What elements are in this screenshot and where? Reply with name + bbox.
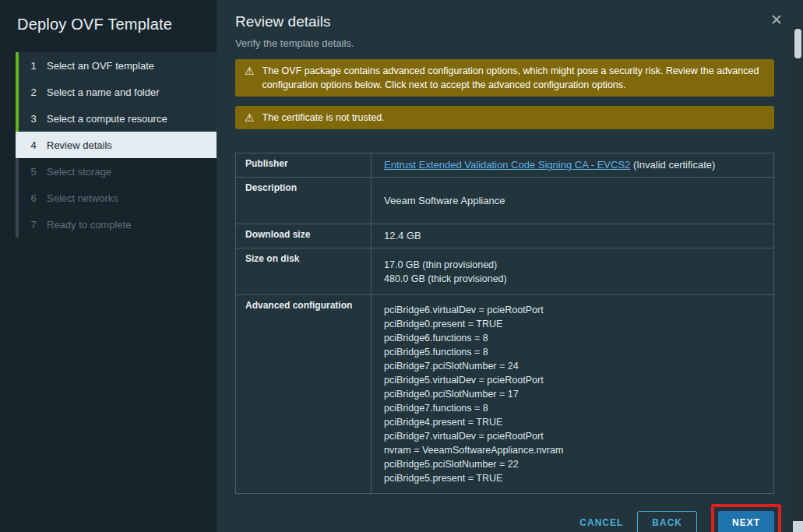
step-progress-bar bbox=[16, 105, 19, 132]
config-line: pciBridge5.pciSlotNumber = 22 bbox=[384, 457, 761, 471]
warning-icon: ⚠ bbox=[245, 111, 255, 125]
next-button[interactable]: NEXT bbox=[718, 511, 774, 532]
step-5-select-storage: 5 Select storage bbox=[16, 158, 217, 185]
scrollbar-thumb[interactable] bbox=[794, 29, 801, 58]
row-value: 17.0 GB (thin provisioned) 480.0 GB (thi… bbox=[372, 248, 773, 294]
warning-icon: ⚠ bbox=[245, 64, 255, 78]
page-subtitle: Verify the template details. bbox=[235, 37, 774, 50]
step-label: Select an OVF template bbox=[47, 60, 154, 72]
step-number: 1 bbox=[30, 60, 37, 72]
step-2-select-name-and-folder[interactable]: 2 Select a name and folder bbox=[16, 79, 217, 105]
cancel-button[interactable]: CANCEL bbox=[579, 517, 623, 528]
warning-banner-certificate: ⚠ The certificate is not trusted. bbox=[235, 106, 774, 129]
row-label: Advanced configuration bbox=[236, 295, 372, 493]
step-4-review-details[interactable]: 4 Review details bbox=[16, 132, 217, 158]
step-progress-bar bbox=[16, 79, 19, 105]
step-label: Select a name and folder bbox=[47, 86, 160, 98]
table-row-download-size: Download size 12.4 GB bbox=[236, 224, 773, 248]
scrollbar[interactable] bbox=[793, 26, 803, 532]
table-row-publisher: Publisher Entrust Extended Validation Co… bbox=[236, 153, 773, 178]
step-number: 5 bbox=[30, 166, 37, 178]
size-line: 480.0 GB (thick provisioned) bbox=[384, 272, 761, 286]
wizard-steps: 1 Select an OVF template 2 Select a name… bbox=[0, 52, 217, 238]
step-label: Review details bbox=[47, 139, 112, 151]
step-label: Select networks bbox=[47, 192, 118, 204]
config-line: pciBridge6.functions = 8 bbox=[384, 331, 761, 345]
page-title: Review details bbox=[235, 12, 774, 31]
step-number: 3 bbox=[30, 113, 37, 125]
size-line: 17.0 GB (thin provisioned) bbox=[384, 258, 761, 272]
table-row-size-on-disk: Size on disk 17.0 GB (thin provisioned) … bbox=[236, 248, 773, 295]
step-number: 7 bbox=[30, 219, 37, 231]
row-label: Size on disk bbox=[236, 248, 372, 294]
step-label: Select a compute resource bbox=[47, 113, 167, 125]
wizard-sidebar: Deploy OVF Template 1 Select an OVF temp… bbox=[0, 0, 217, 532]
publisher-note: (Invalid certificate) bbox=[630, 159, 715, 171]
step-progress-bar bbox=[16, 211, 19, 238]
step-3-select-compute-resource[interactable]: 3 Select a compute resource bbox=[16, 105, 217, 132]
config-line: pciBridge0.present = TRUE bbox=[384, 317, 761, 331]
step-progress-bar bbox=[16, 132, 19, 158]
step-number: 4 bbox=[30, 139, 37, 151]
config-line: pciBridge5.virtualDev = pcieRootPort bbox=[384, 373, 761, 387]
config-line: pciBridge6.virtualDev = pcieRootPort bbox=[384, 303, 761, 317]
step-progress-bar bbox=[16, 185, 19, 211]
config-line: pciBridge5.functions = 8 bbox=[384, 345, 761, 359]
table-row-advanced-configuration: Advanced configuration pciBridge6.virtua… bbox=[236, 295, 773, 493]
warning-banner-advanced-config: ⚠ The OVF package contains advanced conf… bbox=[235, 59, 774, 97]
warning-text: The OVF package contains advanced config… bbox=[262, 64, 765, 92]
wizard-footer: CANCEL BACK NEXT bbox=[235, 505, 774, 532]
publisher-certificate-link[interactable]: Entrust Extended Validation Code Signing… bbox=[384, 159, 630, 171]
row-value: 12.4 GB bbox=[372, 224, 773, 248]
row-value: pciBridge6.virtualDev = pcieRootPort pci… bbox=[372, 295, 773, 493]
step-label: Ready to complete bbox=[47, 219, 131, 231]
back-button[interactable]: BACK bbox=[637, 511, 697, 532]
config-line: pciBridge5.present = TRUE bbox=[384, 471, 761, 485]
step-progress-bar bbox=[16, 158, 19, 185]
row-value: Entrust Extended Validation Code Signing… bbox=[372, 153, 773, 177]
config-line: nvram = VeeamSoftwareAppliance.nvram bbox=[384, 443, 761, 457]
step-7-ready-to-complete: 7 Ready to complete bbox=[16, 211, 217, 238]
config-line: pciBridge4.present = TRUE bbox=[384, 415, 761, 429]
step-progress-bar bbox=[16, 52, 19, 79]
warning-text: The certificate is not trusted. bbox=[262, 111, 385, 125]
step-number: 2 bbox=[30, 86, 37, 98]
config-line: pciBridge7.virtualDev = pcieRootPort bbox=[384, 429, 761, 443]
config-line: pciBridge7.pciSlotNumber = 24 bbox=[384, 359, 761, 373]
step-number: 6 bbox=[30, 192, 37, 204]
row-label: Download size bbox=[236, 224, 372, 248]
table-row-description: Description Veeam Software Appliance bbox=[236, 178, 773, 224]
wizard-content: ✕ Review details Verify the template det… bbox=[217, 0, 803, 532]
close-icon[interactable]: ✕ bbox=[770, 12, 783, 27]
deploy-ovf-template-dialog: Deploy OVF Template 1 Select an OVF temp… bbox=[0, 0, 803, 532]
details-table: Publisher Entrust Extended Validation Co… bbox=[235, 153, 774, 494]
scrollbar-down-button[interactable] bbox=[793, 521, 803, 532]
config-line: pciBridge0.pciSlotNumber = 17 bbox=[384, 387, 761, 401]
annotation-next-highlight: NEXT bbox=[711, 504, 781, 532]
row-label: Description bbox=[236, 178, 372, 224]
config-line: pciBridge7.functions = 8 bbox=[384, 401, 761, 415]
step-label: Select storage bbox=[47, 166, 111, 178]
row-value: Veeam Software Appliance bbox=[372, 178, 773, 224]
dialog-title: Deploy OVF Template bbox=[0, 14, 217, 52]
step-1-select-ovf-template[interactable]: 1 Select an OVF template bbox=[16, 52, 217, 79]
row-label: Publisher bbox=[236, 153, 372, 177]
step-6-select-networks: 6 Select networks bbox=[16, 185, 217, 211]
